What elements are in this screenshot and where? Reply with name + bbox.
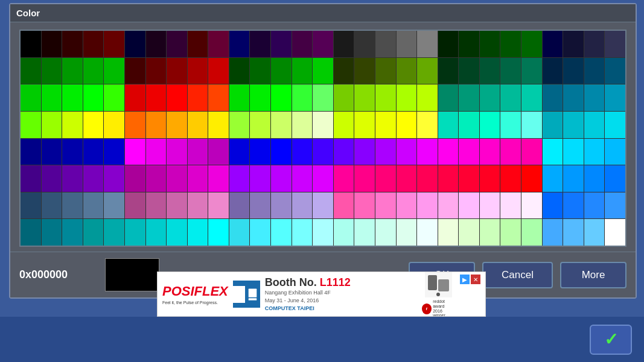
color-cell[interactable]: [543, 112, 563, 138]
color-cell[interactable]: [397, 219, 417, 246]
color-cell[interactable]: [83, 112, 104, 138]
color-cell[interactable]: [605, 139, 625, 165]
color-cell[interactable]: [250, 84, 270, 111]
color-cell[interactable]: [188, 31, 208, 57]
color-cell[interactable]: [480, 165, 500, 192]
color-cell[interactable]: [480, 84, 500, 111]
color-cell[interactable]: [459, 219, 479, 246]
color-cell[interactable]: [208, 31, 229, 57]
color-cell[interactable]: [438, 58, 459, 84]
color-cell[interactable]: [292, 165, 313, 192]
color-cell[interactable]: [21, 84, 41, 111]
color-cell[interactable]: [459, 84, 479, 111]
color-cell[interactable]: [208, 165, 229, 192]
color-cell[interactable]: [459, 31, 479, 57]
color-cell[interactable]: [271, 165, 292, 192]
color-cell[interactable]: [313, 192, 333, 219]
color-cell[interactable]: [543, 58, 563, 84]
color-cell[interactable]: [334, 112, 354, 138]
color-cell[interactable]: [62, 139, 83, 165]
color-cell[interactable]: [188, 84, 208, 111]
color-cell[interactable]: [104, 219, 124, 246]
color-cell[interactable]: [21, 31, 41, 57]
color-cell[interactable]: [62, 165, 83, 192]
color-cell[interactable]: [83, 139, 104, 165]
color-cell[interactable]: [375, 192, 396, 219]
color-cell[interactable]: [125, 219, 145, 246]
color-cell[interactable]: [438, 219, 459, 246]
more-button[interactable]: More: [560, 262, 626, 288]
color-cell[interactable]: [334, 58, 354, 84]
color-cell[interactable]: [584, 31, 605, 57]
color-cell[interactable]: [543, 139, 563, 165]
color-cell[interactable]: [125, 84, 145, 111]
color-cell[interactable]: [438, 31, 459, 57]
color-cell[interactable]: [543, 31, 563, 57]
color-cell[interactable]: [584, 219, 605, 246]
ad-close-icon[interactable]: ✕: [471, 275, 480, 284]
color-palette[interactable]: [19, 30, 626, 247]
color-cell[interactable]: [417, 192, 438, 219]
color-cell[interactable]: [334, 31, 354, 57]
color-cell[interactable]: [354, 139, 375, 165]
color-cell[interactable]: [397, 165, 417, 192]
color-cell[interactable]: [229, 58, 250, 84]
color-cell[interactable]: [313, 84, 333, 111]
color-cell[interactable]: [229, 219, 250, 246]
color-cell[interactable]: [125, 112, 145, 138]
color-cell[interactable]: [188, 58, 208, 84]
color-cell[interactable]: [271, 219, 292, 246]
color-cell[interactable]: [605, 31, 625, 57]
color-cell[interactable]: [521, 192, 542, 219]
color-cell[interactable]: [208, 219, 229, 246]
color-cell[interactable]: [521, 139, 542, 165]
color-cell[interactable]: [62, 219, 83, 246]
color-cell[interactable]: [62, 58, 83, 84]
color-cell[interactable]: [146, 58, 167, 84]
color-cell[interactable]: [250, 165, 270, 192]
color-cell[interactable]: [83, 58, 104, 84]
color-cell[interactable]: [543, 219, 563, 246]
color-cell[interactable]: [104, 58, 124, 84]
color-cell[interactable]: [83, 84, 104, 111]
color-cell[interactable]: [605, 219, 625, 246]
color-cell[interactable]: [334, 219, 354, 246]
color-cell[interactable]: [563, 139, 584, 165]
color-cell[interactable]: [125, 192, 145, 219]
color-cell[interactable]: [62, 84, 83, 111]
color-cell[interactable]: [397, 58, 417, 84]
color-cell[interactable]: [250, 58, 270, 84]
color-cell[interactable]: [563, 31, 584, 57]
color-cell[interactable]: [417, 165, 438, 192]
color-cell[interactable]: [397, 139, 417, 165]
color-cell[interactable]: [500, 165, 521, 192]
color-cell[interactable]: [208, 112, 229, 138]
color-cell[interactable]: [313, 58, 333, 84]
color-cell[interactable]: [250, 219, 270, 246]
color-cell[interactable]: [584, 58, 605, 84]
color-cell[interactable]: [480, 112, 500, 138]
color-cell[interactable]: [500, 58, 521, 84]
color-cell[interactable]: [459, 139, 479, 165]
color-cell[interactable]: [188, 139, 208, 165]
color-cell[interactable]: [83, 165, 104, 192]
color-cell[interactable]: [21, 192, 41, 219]
color-cell[interactable]: [146, 219, 167, 246]
color-cell[interactable]: [229, 192, 250, 219]
color-cell[interactable]: [125, 31, 145, 57]
color-cell[interactable]: [292, 31, 313, 57]
color-cell[interactable]: [62, 31, 83, 57]
color-cell[interactable]: [188, 219, 208, 246]
color-cell[interactable]: [584, 139, 605, 165]
color-cell[interactable]: [543, 165, 563, 192]
color-cell[interactable]: [563, 84, 584, 111]
color-cell[interactable]: [417, 139, 438, 165]
chevron-down-button[interactable]: ✓: [590, 325, 632, 355]
color-cell[interactable]: [271, 192, 292, 219]
color-cell[interactable]: [42, 31, 62, 57]
color-cell[interactable]: [521, 58, 542, 84]
color-cell[interactable]: [521, 219, 542, 246]
color-cell[interactable]: [229, 31, 250, 57]
color-cell[interactable]: [543, 192, 563, 219]
color-cell[interactable]: [188, 165, 208, 192]
